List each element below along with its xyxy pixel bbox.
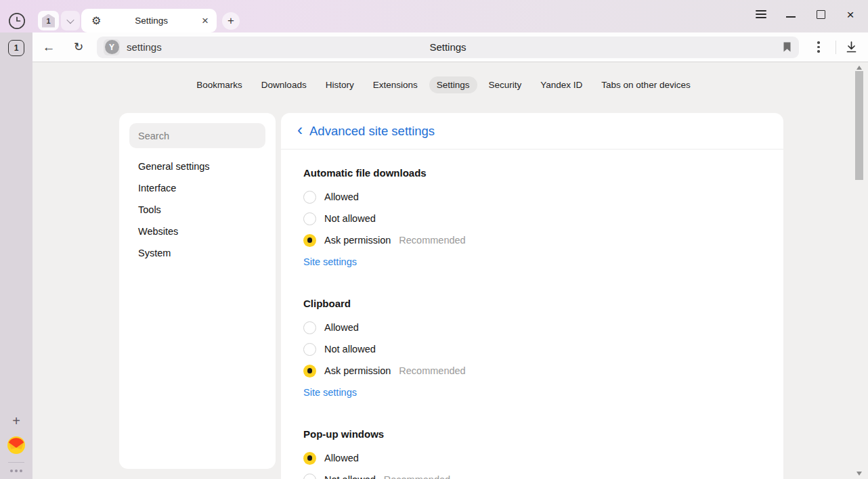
settings-nav-card: General settings Interface Tools Website…	[119, 113, 276, 469]
add-panel-item-button[interactable]: +	[12, 414, 20, 428]
site-settings-link[interactable]: Site settings	[303, 256, 357, 267]
section-heading: Clipboard	[303, 298, 761, 313]
more-panel-options-icon[interactable]	[10, 470, 22, 472]
maximize-button[interactable]	[808, 2, 833, 26]
nav-tab-other-devices[interactable]: Tabs on other devices	[594, 76, 697, 93]
recommended-note: Recommended	[399, 235, 465, 246]
close-icon: ×	[846, 8, 854, 21]
recommended-note: Recommended	[384, 474, 450, 479]
address-url-text[interactable]: settings	[127, 41, 162, 53]
radio-selected-icon[interactable]	[303, 234, 316, 247]
side-panel-bottom: +	[0, 414, 32, 472]
nav-tab-settings[interactable]: Settings	[429, 76, 477, 93]
toolbar-separator	[836, 41, 836, 54]
history-clock-icon[interactable]	[8, 12, 26, 30]
page-scrollbar[interactable]	[854, 62, 865, 479]
tab-count-badge: 1	[42, 14, 55, 28]
radio-option-ask-permission[interactable]: Ask permission Recommended	[303, 360, 761, 382]
site-favicon-icon: Y	[105, 40, 119, 54]
sidebar-item-tools[interactable]: Tools	[129, 199, 265, 221]
back-button[interactable]: ←	[39, 37, 59, 58]
radio-icon[interactable]	[303, 474, 316, 479]
minimize-icon	[786, 16, 796, 18]
radio-option-not-allowed[interactable]: Not allowed	[303, 208, 761, 229]
radio-selected-icon[interactable]	[303, 365, 316, 378]
maximize-icon	[817, 10, 825, 19]
section-popup-windows: Pop-up windows Allowed Not allowed Recom…	[303, 411, 761, 479]
browser-toolbar: ← ↻ Y settings Settings	[32, 32, 868, 62]
nav-tab-history[interactable]: History	[318, 76, 362, 93]
back-chevron-icon[interactable]: ‹	[297, 122, 303, 138]
browser-menu-button[interactable]	[749, 2, 773, 26]
sidebar-item-general-settings[interactable]: General settings	[129, 156, 265, 177]
scroll-down-arrow-icon[interactable]	[856, 472, 862, 476]
search-input[interactable]	[129, 123, 265, 148]
window-controls: ×	[743, 0, 863, 28]
radio-icon[interactable]	[303, 191, 316, 204]
nav-tab-yandex-id[interactable]: Yandex ID	[533, 76, 590, 93]
address-bar[interactable]: Y settings Settings	[97, 37, 799, 58]
section-heading: Automatic file downloads	[303, 167, 761, 182]
section-heading: Pop-up windows	[303, 428, 761, 443]
tab-close-icon[interactable]: ×	[202, 15, 209, 26]
section-clipboard: Clipboard Allowed Not allowed Ask permis…	[303, 280, 761, 403]
scroll-up-arrow-icon[interactable]	[856, 66, 862, 70]
radio-option-allowed[interactable]: Allowed	[303, 186, 761, 208]
nav-tab-security[interactable]: Security	[481, 76, 529, 93]
settings-top-nav: Bookmarks Downloads History Extensions S…	[32, 76, 854, 93]
browser-side-panel: 1 +	[0, 32, 32, 479]
bookmark-icon	[782, 41, 792, 53]
radio-icon[interactable]	[303, 321, 316, 334]
page-title: Settings	[97, 41, 799, 53]
minimize-button[interactable]	[779, 2, 803, 26]
nav-tab-bookmarks[interactable]: Bookmarks	[189, 76, 250, 93]
download-icon	[844, 40, 859, 54]
toolbar-more-button[interactable]	[810, 39, 827, 56]
scrollbar-thumb[interactable]	[855, 71, 863, 180]
sidebar-item-websites[interactable]: Websites	[129, 221, 265, 242]
site-settings-link[interactable]: Site settings	[303, 387, 357, 398]
section-automatic-file-downloads: Automatic file downloads Allowed Not all…	[303, 150, 761, 273]
radio-option-allowed[interactable]: Allowed	[303, 447, 761, 469]
radio-option-ask-permission[interactable]: Ask permission Recommended	[303, 229, 761, 251]
chevron-down-icon	[66, 16, 74, 23]
card-title[interactable]: Advanced site settings	[309, 124, 435, 139]
downloads-button[interactable]	[844, 40, 859, 54]
tab-group-badge[interactable]: 1	[8, 40, 24, 56]
yandex-mail-icon[interactable]	[7, 436, 25, 454]
nav-tab-downloads[interactable]: Downloads	[254, 76, 314, 93]
nav-tab-extensions[interactable]: Extensions	[366, 76, 425, 93]
panel-divider	[8, 462, 24, 463]
advanced-site-settings-card: ‹ Advanced site settings Automatic file …	[281, 113, 783, 479]
recommended-note: Recommended	[399, 365, 465, 376]
settings-nav-list: General settings Interface Tools Website…	[129, 156, 265, 264]
reload-button[interactable]: ↻	[68, 37, 89, 58]
new-tab-button[interactable]: +	[222, 12, 240, 30]
gear-icon: ⚙	[91, 14, 101, 27]
radio-option-not-allowed[interactable]: Not allowed	[303, 338, 761, 360]
close-window-button[interactable]: ×	[838, 2, 863, 26]
tab-group-counter[interactable]: 1	[38, 11, 59, 30]
bookmark-button[interactable]	[782, 41, 792, 53]
browser-tab-settings[interactable]: ⚙ Settings ×	[81, 9, 217, 32]
site-icon-chip: Y	[104, 39, 120, 55]
radio-icon[interactable]	[303, 343, 316, 356]
tab-title: Settings	[101, 16, 202, 26]
sidebar-item-interface[interactable]: Interface	[129, 177, 265, 199]
radio-icon[interactable]	[303, 212, 316, 225]
settings-page: Bookmarks Downloads History Extensions S…	[32, 62, 868, 479]
radio-option-allowed[interactable]: Allowed	[303, 317, 761, 338]
window-titlebar: 1 ⚙ Settings × + ×	[0, 0, 868, 32]
radio-option-not-allowed[interactable]: Not allowed Recommended	[303, 469, 761, 479]
hamburger-icon	[756, 10, 766, 18]
radio-selected-icon[interactable]	[303, 452, 316, 465]
sidebar-item-system[interactable]: System	[129, 242, 265, 264]
card-header: ‹ Advanced site settings	[281, 113, 783, 150]
tab-list-chevron-button[interactable]	[61, 11, 80, 30]
